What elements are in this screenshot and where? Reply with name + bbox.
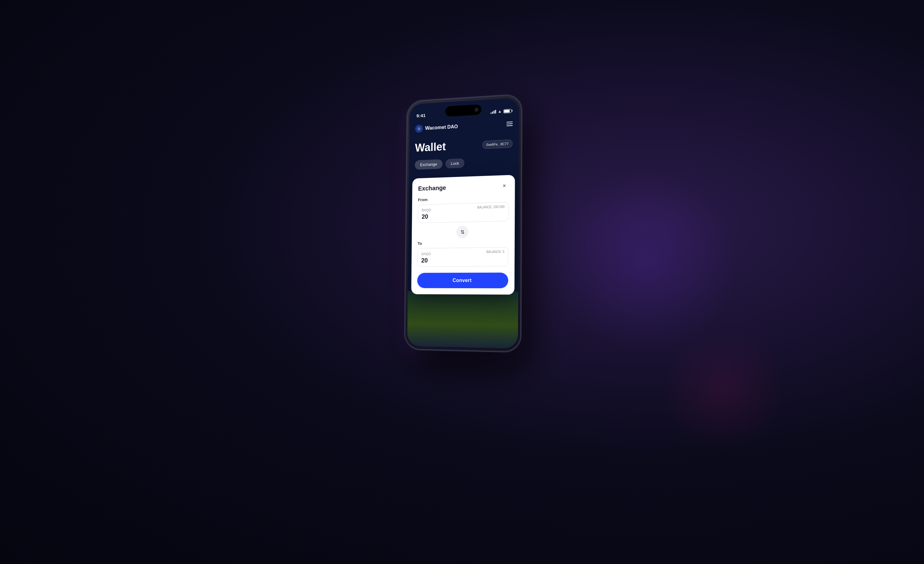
camera-dot — [475, 108, 478, 112]
signal-icon — [490, 110, 496, 114]
app-name: Wacomet DAO — [425, 124, 458, 131]
modal-header: Exchange × — [418, 181, 508, 193]
bottom-decoration — [407, 291, 518, 348]
app-logo: ⊙ Wacomet DAO — [415, 123, 458, 133]
hamburger-line-2 — [506, 123, 513, 124]
menu-button[interactable] — [506, 121, 513, 126]
wallet-title: Wallet — [415, 141, 446, 155]
app-content: ⊙ Wacomet DAO Wallet 0xe6Fe...9C77 — [407, 115, 519, 349]
swap-button[interactable]: ⇅ — [456, 226, 468, 238]
phone-shell: 9:41 ▲ — [405, 94, 522, 352]
wifi-icon: ▲ — [498, 109, 502, 114]
to-input-group: GHQO BALANCE: 0 20 — [417, 247, 508, 267]
hamburger-line-3 — [506, 125, 513, 126]
modal-close-button[interactable]: × — [500, 181, 508, 190]
phone-screen: 9:41 ▲ — [407, 97, 519, 349]
from-input-group: RHQO BALANCE: 200 000 20 — [418, 202, 508, 223]
to-value[interactable]: 20 — [421, 256, 504, 264]
from-balance: BALANCE: 200 000 — [477, 205, 504, 209]
hamburger-line-1 — [506, 121, 513, 123]
modal-title: Exchange — [418, 184, 446, 192]
lock-button[interactable]: Lock — [445, 159, 465, 169]
to-token-label: GHQO — [422, 252, 431, 256]
status-time: 9:41 — [416, 113, 426, 118]
exchange-button[interactable]: Exchange — [415, 159, 442, 170]
wallet-address[interactable]: 0xe6Fe...9C77 — [483, 139, 513, 149]
convert-button[interactable]: Convert — [417, 273, 508, 289]
from-value[interactable]: 20 — [422, 211, 504, 220]
logo-icon: ⊙ — [415, 124, 423, 133]
phone-scene: 9:41 ▲ — [329, 89, 605, 479]
exchange-modal: Exchange × From RHQO BALANCE: 200 000 20… — [411, 175, 515, 295]
from-label: From — [418, 195, 508, 202]
status-icons: ▲ — [490, 108, 512, 114]
swap-area: ⇅ — [418, 223, 508, 241]
to-balance: BALANCE: 0 — [486, 250, 504, 254]
dynamic-island — [445, 104, 482, 117]
battery-icon — [504, 109, 512, 113]
from-token-label: RHQO — [422, 209, 431, 212]
